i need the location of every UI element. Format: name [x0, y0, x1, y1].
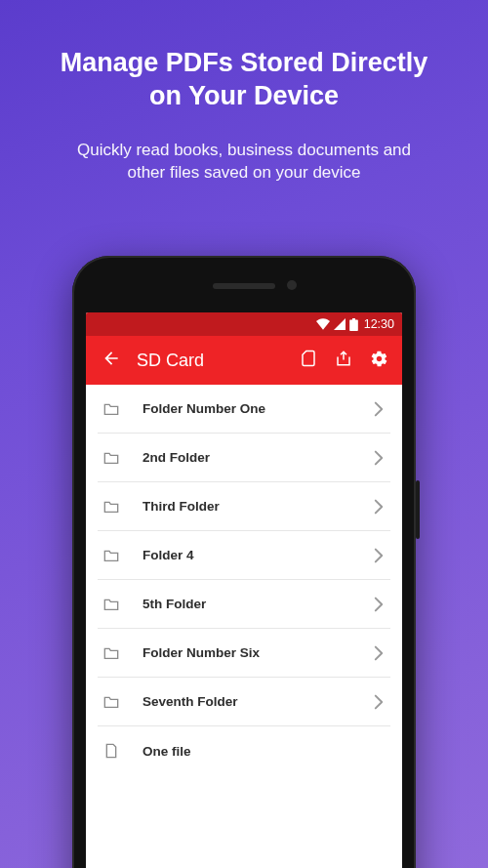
- app-bar-title: SD Card: [137, 351, 291, 371]
- folder-icon: [98, 549, 125, 562]
- list-item[interactable]: Seventh Folder: [98, 678, 390, 726]
- phone-frame: 12:30 SD Card: [72, 256, 416, 868]
- folder-icon: [98, 598, 125, 611]
- phone-camera: [287, 280, 297, 290]
- settings-button[interactable]: [361, 343, 396, 378]
- chevron-right-icon: [367, 548, 390, 563]
- share-icon: [335, 350, 352, 371]
- chevron-right-icon: [367, 645, 390, 661]
- phone-screen: 12:30 SD Card: [86, 312, 402, 868]
- list-item-label: 2nd Folder: [125, 450, 367, 465]
- subtitle-line2: other files saved on your device: [127, 163, 360, 182]
- folder-icon: [98, 402, 125, 416]
- gear-icon: [370, 350, 388, 372]
- marketing-subtitle: Quickly read books, business documents a…: [0, 113, 488, 186]
- list-item[interactable]: Third Folder: [98, 482, 390, 531]
- folder-icon: [98, 646, 125, 660]
- folder-list: Folder Number One2nd FolderThird FolderF…: [86, 385, 402, 775]
- list-item-label: Folder Number One: [125, 401, 367, 416]
- list-item-label: One file: [125, 744, 390, 759]
- storage-button[interactable]: [291, 343, 326, 378]
- marketing-headline: Manage PDFs Stored Directly on Your Devi…: [0, 0, 488, 113]
- folder-icon: [98, 451, 125, 465]
- list-item-label: 5th Folder: [125, 597, 367, 611]
- list-item[interactable]: One file: [98, 726, 390, 775]
- wifi-icon: [316, 318, 330, 330]
- list-item[interactable]: Folder Number Six: [98, 629, 390, 678]
- promo-background: Manage PDFs Stored Directly on Your Devi…: [0, 0, 488, 868]
- chevron-right-icon: [367, 450, 390, 466]
- headline-line2: on Your Device: [149, 81, 339, 110]
- status-bar: 12:30: [86, 312, 402, 336]
- list-item[interactable]: Folder Number One: [98, 385, 390, 434]
- list-item-label: Seventh Folder: [125, 694, 367, 709]
- chevron-right-icon: [367, 499, 390, 515]
- subtitle-line1: Quickly read books, business documents a…: [77, 141, 411, 159]
- chevron-right-icon: [367, 401, 390, 417]
- status-time: 12:30: [364, 317, 394, 331]
- chevron-right-icon: [367, 597, 390, 612]
- list-item-label: Folder Number Six: [125, 645, 367, 660]
- list-item[interactable]: Folder 4: [98, 531, 390, 580]
- app-bar: SD Card: [86, 336, 402, 385]
- list-item[interactable]: 2nd Folder: [98, 434, 390, 482]
- headline-line1: Manage PDFs Stored Directly: [61, 48, 428, 77]
- folder-icon: [98, 695, 125, 709]
- cellular-icon: [334, 318, 346, 330]
- back-button[interactable]: [94, 343, 129, 378]
- list-item-label: Third Folder: [125, 499, 367, 514]
- arrow-left-icon: [102, 349, 121, 372]
- file-icon: [98, 743, 125, 759]
- list-item[interactable]: 5th Folder: [98, 580, 390, 629]
- phone-speaker: [213, 283, 275, 289]
- sdcard-icon: [300, 350, 317, 371]
- list-item-label: Folder 4: [125, 548, 367, 562]
- battery-icon: [349, 318, 358, 331]
- share-button[interactable]: [326, 343, 361, 378]
- chevron-right-icon: [367, 694, 390, 710]
- folder-icon: [98, 500, 125, 514]
